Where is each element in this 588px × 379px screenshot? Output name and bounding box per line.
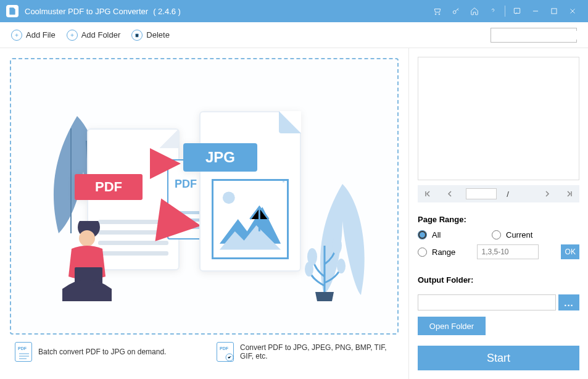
svg-point-5 xyxy=(223,191,235,204)
app-version: ( 2.4.6 ) xyxy=(153,7,181,16)
feature-item: PDF Batch convert PDF to JPG on demand. xyxy=(15,342,192,362)
browse-button[interactable]: ... xyxy=(558,294,579,310)
preview-pane xyxy=(418,57,579,180)
svg-text:PDF: PDF xyxy=(220,346,229,351)
arrow-icon xyxy=(150,148,181,179)
add-file-icon xyxy=(11,30,22,41)
delete-label: Delete xyxy=(146,30,170,40)
add-folder-icon xyxy=(67,30,78,41)
left-panel: PDF PDF JPG xyxy=(0,48,409,379)
feature-text: Batch convert PDF to JPG on demand. xyxy=(38,348,166,356)
delete-button[interactable]: Delete xyxy=(131,30,170,41)
feature-bar: PDF Batch convert PDF to JPG on demand. … xyxy=(10,335,399,369)
next-page-button[interactable] xyxy=(541,190,553,198)
close-button[interactable] xyxy=(563,0,582,22)
first-page-button[interactable] xyxy=(421,190,434,198)
feature-text: Convert PDF to JPG, JPEG, PNG, BMP, TIF,… xyxy=(240,343,394,360)
radio-current-input[interactable] xyxy=(492,230,501,239)
range-input[interactable] xyxy=(477,244,539,259)
svg-point-0 xyxy=(453,10,456,14)
add-folder-button[interactable]: Add Folder xyxy=(67,30,121,41)
prev-page-button[interactable] xyxy=(444,190,456,198)
minimize-button[interactable] xyxy=(526,0,545,22)
add-file-button[interactable]: Add File xyxy=(11,30,56,41)
svg-point-9 xyxy=(332,237,342,254)
add-file-label: Add File xyxy=(26,30,56,40)
pdf-batch-icon: PDF xyxy=(15,342,32,362)
start-button[interactable]: Start xyxy=(418,346,579,370)
radio-all-input[interactable] xyxy=(418,230,427,239)
output-folder-input[interactable] xyxy=(418,294,556,310)
radio-range-input[interactable] xyxy=(418,248,427,257)
output-folder-label: Output Folder: xyxy=(418,275,579,285)
svg-point-10 xyxy=(305,262,313,277)
svg-text:PDF: PDF xyxy=(18,346,27,351)
app-title: Coolmuster PDF to JPG Converter xyxy=(25,7,148,16)
jpg-badge: JPG xyxy=(183,143,257,172)
title-bar: Coolmuster PDF to JPG Converter ( 2.4.6 … xyxy=(0,0,588,22)
toolbar: Add File Add Folder Delete xyxy=(0,22,588,48)
last-page-button[interactable] xyxy=(563,190,576,198)
page-slash: / xyxy=(507,190,509,199)
right-panel: / Page Range: All Current Range xyxy=(409,48,588,379)
app-logo xyxy=(6,5,19,17)
search-box[interactable] xyxy=(491,28,577,43)
svg-point-11 xyxy=(337,259,346,273)
feature-item: PDF Convert PDF to JPG, JPEG, PNG, BMP, … xyxy=(217,342,394,362)
pdf-badge: PDF xyxy=(75,174,143,200)
open-folder-button[interactable]: Open Folder xyxy=(418,317,486,335)
page-number-input[interactable] xyxy=(466,188,497,199)
page-range-label: Page Range: xyxy=(418,215,579,224)
ok-button[interactable]: OK xyxy=(561,244,579,259)
key-icon[interactable] xyxy=(447,0,465,22)
person-icon xyxy=(53,221,121,301)
separator xyxy=(505,6,505,17)
svg-point-6 xyxy=(79,230,95,246)
jpg-document-icon: JPG xyxy=(199,111,301,272)
delete-icon xyxy=(131,30,143,41)
radio-current[interactable]: Current xyxy=(492,230,547,239)
help-icon[interactable] xyxy=(484,0,502,22)
drop-zone[interactable]: PDF PDF JPG xyxy=(10,58,399,335)
feedback-icon[interactable] xyxy=(508,0,526,22)
cart-icon[interactable] xyxy=(428,0,447,22)
radio-all[interactable]: All xyxy=(418,230,473,239)
arrow-icon xyxy=(155,198,204,247)
pdf-formats-icon: PDF xyxy=(217,342,234,362)
plant-icon xyxy=(297,227,352,301)
radio-range[interactable]: Range xyxy=(418,248,458,257)
svg-rect-1 xyxy=(514,8,520,13)
pager: / xyxy=(418,185,579,202)
search-input[interactable] xyxy=(494,31,586,40)
add-folder-label: Add Folder xyxy=(81,30,121,40)
maximize-button[interactable] xyxy=(545,0,563,22)
home-icon[interactable] xyxy=(465,0,484,22)
svg-rect-2 xyxy=(552,9,557,14)
illustration: PDF PDF JPG xyxy=(38,91,371,301)
